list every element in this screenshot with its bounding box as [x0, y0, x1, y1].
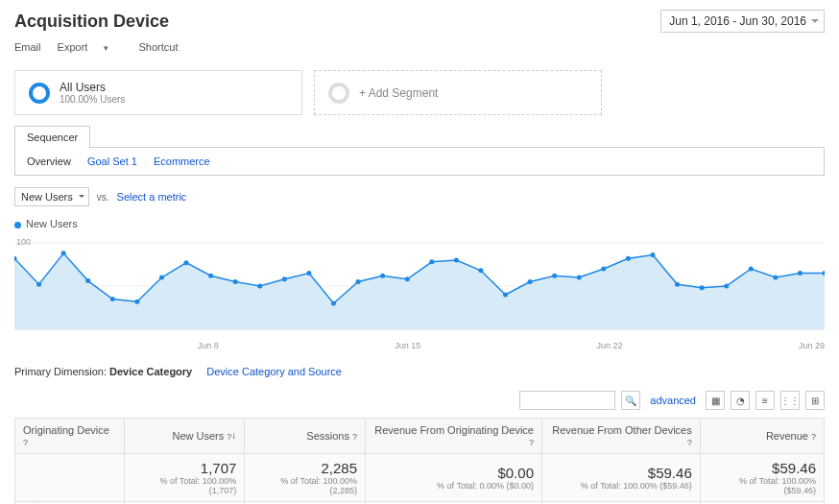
- svg-point-13: [208, 274, 213, 278]
- svg-point-19: [356, 279, 361, 284]
- svg-point-24: [478, 268, 483, 273]
- svg-point-36: [773, 276, 778, 280]
- add-circle-icon: [328, 83, 349, 104]
- segment-title: All Users: [60, 81, 125, 94]
- svg-point-6: [36, 282, 41, 287]
- line-chart: 100 50: [14, 233, 825, 339]
- shortcut-button[interactable]: Shortcut: [139, 41, 179, 53]
- segment-all-users[interactable]: All Users 100.00% Users: [14, 70, 302, 115]
- advanced-link[interactable]: advanced: [650, 395, 696, 406]
- svg-point-26: [528, 279, 533, 284]
- legend-dot-icon: [14, 222, 21, 228]
- svg-point-27: [552, 274, 557, 278]
- view-compare-icon[interactable]: ⋮⋮: [780, 391, 800, 410]
- tab-sequencer[interactable]: Sequencer: [14, 126, 90, 148]
- svg-point-12: [184, 260, 189, 265]
- svg-point-28: [577, 276, 582, 280]
- col-originating-device[interactable]: Originating Device ?: [15, 419, 125, 454]
- svg-text:100: 100: [16, 237, 31, 247]
- segment-subtitle: 100.00% Users: [60, 94, 125, 105]
- subnav-ecommerce[interactable]: Ecommerce: [154, 156, 210, 167]
- svg-point-14: [233, 279, 238, 284]
- svg-point-22: [429, 259, 434, 264]
- svg-point-37: [798, 271, 803, 276]
- subnav: Overview Goal Set 1 Ecommerce: [14, 147, 825, 176]
- metric-select[interactable]: New Users: [14, 187, 89, 206]
- svg-point-25: [503, 293, 508, 298]
- action-toolbar: Email Export ▾ Shortcut: [0, 37, 839, 60]
- col-new-users[interactable]: New Users ?↓: [124, 419, 245, 454]
- export-button[interactable]: Export ▾: [58, 41, 123, 53]
- totals-row: 1,707% of Total: 100.00% (1,707) 2,285% …: [15, 454, 825, 502]
- date-range-picker[interactable]: Jun 1, 2016 - Jun 30, 2016: [660, 10, 825, 33]
- add-segment-button[interactable]: + Add Segment: [314, 70, 602, 115]
- svg-point-20: [380, 274, 385, 278]
- svg-point-8: [85, 278, 90, 283]
- view-pivot-icon[interactable]: ⊞: [805, 391, 825, 410]
- col-rev-origin[interactable]: Revenue From Originating Device ?: [366, 419, 542, 454]
- vs-label: vs.: [97, 192, 109, 203]
- col-rev-other[interactable]: Revenue From Other Devices ?: [541, 419, 700, 454]
- search-input[interactable]: [519, 391, 615, 410]
- primary-dimension-value: Device Category: [109, 366, 192, 377]
- data-table: Originating Device ? New Users ?↓ Sessio…: [14, 418, 825, 504]
- svg-point-30: [626, 256, 631, 261]
- svg-point-9: [110, 297, 115, 301]
- users-circle-icon: [29, 83, 50, 104]
- chart-x-axis: ...Jun 8Jun 15Jun 22Jun 29: [0, 339, 839, 356]
- svg-point-15: [257, 284, 262, 289]
- svg-point-29: [601, 267, 606, 272]
- svg-point-34: [724, 284, 729, 289]
- svg-point-18: [331, 301, 336, 306]
- view-bar-icon[interactable]: ≡: [755, 391, 775, 410]
- subnav-goal-set[interactable]: Goal Set 1: [87, 156, 137, 167]
- primary-dimension-alt[interactable]: Device Category and Source: [206, 366, 342, 377]
- page-title: Acquisition Device: [14, 12, 169, 32]
- view-table-icon[interactable]: ▦: [706, 391, 725, 410]
- svg-point-35: [749, 267, 754, 272]
- col-revenue[interactable]: Revenue ?: [700, 419, 824, 454]
- svg-point-23: [454, 258, 459, 263]
- subnav-overview[interactable]: Overview: [27, 156, 71, 167]
- svg-point-21: [405, 276, 410, 281]
- email-button[interactable]: Email: [14, 41, 41, 53]
- view-pie-icon[interactable]: ◔: [731, 391, 750, 410]
- select-metric-link[interactable]: Select a metric: [117, 191, 187, 203]
- chart-legend: New Users: [0, 218, 839, 233]
- svg-point-10: [134, 300, 139, 304]
- svg-point-32: [675, 282, 680, 287]
- svg-point-16: [282, 276, 287, 281]
- search-icon[interactable]: 🔍: [621, 391, 640, 410]
- svg-point-17: [306, 271, 311, 276]
- col-sessions[interactable]: Sessions ?: [245, 419, 366, 454]
- primary-dimension-label: Primary Dimension:: [14, 366, 107, 377]
- svg-point-7: [61, 251, 66, 255]
- svg-point-11: [159, 276, 164, 280]
- svg-point-31: [650, 252, 655, 257]
- svg-point-33: [700, 285, 705, 290]
